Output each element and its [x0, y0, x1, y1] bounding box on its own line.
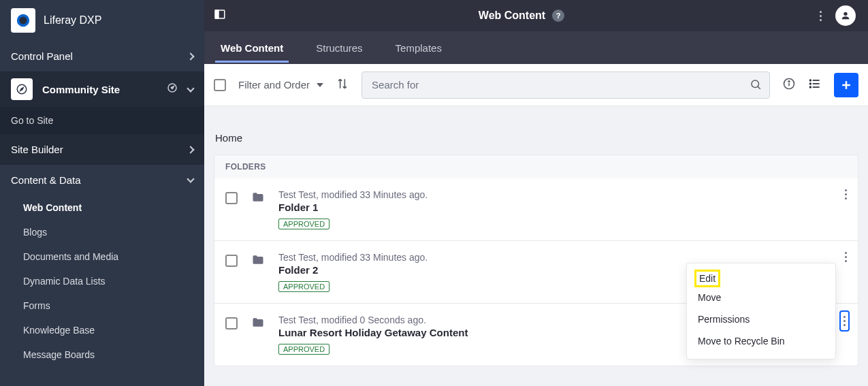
- row-checkbox[interactable]: [225, 255, 238, 267]
- site-builder-label: Site Builder: [11, 144, 63, 155]
- sidebar-control-panel[interactable]: Control Panel: [0, 41, 204, 71]
- info-icon[interactable]: [782, 77, 796, 93]
- svg-rect-7: [215, 10, 219, 18]
- caret-down-icon: [317, 83, 323, 87]
- chevron-down-icon: [187, 175, 194, 182]
- sort-icon[interactable]: [336, 77, 349, 93]
- item-meta: Test Test, modified 33 Minutes ago.: [278, 189, 847, 200]
- list-view-icon[interactable]: [808, 77, 822, 93]
- svg-point-9: [752, 80, 759, 88]
- folders-header: FOLDERS: [214, 155, 858, 178]
- site-name: Community Site: [42, 84, 120, 95]
- sidebar-item-blogs[interactable]: Blogs: [0, 220, 204, 244]
- chevron-right-icon: [187, 146, 194, 153]
- avatar[interactable]: [835, 5, 856, 26]
- status-badge: APPROVED: [278, 344, 329, 355]
- svg-point-13: [788, 80, 790, 82]
- tab-templates[interactable]: Templates: [390, 33, 447, 63]
- svg-point-19: [810, 86, 811, 88]
- sidebar-item-dynamic-data-lists[interactable]: Dynamic Data Lists: [0, 269, 204, 293]
- header: Web Content ?: [204, 0, 868, 31]
- svg-marker-3: [20, 88, 24, 91]
- sidebar-go-to-site[interactable]: Go to Site: [0, 107, 204, 134]
- row-kebab-icon[interactable]: [845, 189, 847, 199]
- sidebar-content-data[interactable]: Content & Data: [0, 165, 204, 195]
- filter-order-dropdown[interactable]: Filter and Order: [238, 79, 323, 91]
- page-title: Web Content: [479, 10, 545, 22]
- item-title: Folder 1: [278, 202, 847, 213]
- sidebar-item-web-content[interactable]: Web Content: [0, 195, 204, 220]
- svg-point-8: [843, 12, 847, 16]
- menu-move[interactable]: Move: [687, 287, 835, 308]
- sidebar-item-forms[interactable]: Forms: [0, 293, 204, 318]
- breadcrumb[interactable]: Home: [214, 116, 858, 155]
- select-all-checkbox[interactable]: [214, 79, 226, 91]
- sidebar-item-message-boards[interactable]: Message Boards: [0, 342, 204, 367]
- chevron-right-icon: [187, 52, 194, 60]
- tabs: Web Content Structures Templates: [204, 31, 868, 64]
- header-kebab-icon[interactable]: [820, 11, 822, 21]
- compass-icon: [11, 78, 33, 100]
- status-badge: APPROVED: [278, 281, 329, 292]
- row-kebab-icon[interactable]: [839, 310, 850, 332]
- chevron-down-icon[interactable]: [187, 84, 194, 92]
- filter-order-label: Filter and Order: [238, 79, 310, 91]
- sidebar-site-builder[interactable]: Site Builder: [0, 134, 204, 165]
- status-badge: APPROVED: [278, 219, 329, 229]
- row-kebab-icon[interactable]: [845, 252, 847, 262]
- content-data-label: Content & Data: [11, 174, 81, 186]
- menu-recycle[interactable]: Move to Recycle Bin: [687, 330, 835, 352]
- svg-line-10: [758, 86, 760, 89]
- row-checkbox[interactable]: [225, 192, 238, 204]
- sidebar-scroll[interactable]: Control Panel Community Site Go to Site …: [0, 41, 204, 386]
- menu-permissions[interactable]: Permissions: [687, 308, 835, 330]
- list-item[interactable]: Test Test, modified 33 Minutes ago. Fold…: [214, 178, 858, 241]
- add-button[interactable]: [834, 73, 858, 97]
- sidebar-site-row[interactable]: Community Site: [0, 71, 204, 107]
- panel-toggle-icon[interactable]: [214, 11, 226, 22]
- tab-structures[interactable]: Structures: [310, 33, 368, 63]
- tab-web-content[interactable]: Web Content: [215, 33, 289, 63]
- help-icon[interactable]: ?: [552, 10, 564, 22]
- folder-icon: [251, 253, 265, 270]
- menu-edit[interactable]: Edit: [695, 270, 720, 287]
- svg-point-17: [810, 80, 811, 81]
- row-checkbox[interactable]: [225, 317, 238, 329]
- search-input[interactable]: [361, 71, 770, 99]
- svg-point-18: [810, 83, 811, 84]
- sidebar-item-knowledge-base[interactable]: Knowledge Base: [0, 318, 204, 342]
- circle-icon[interactable]: [166, 82, 178, 97]
- sidebar: Liferay DXP Control Panel Community Site…: [0, 0, 204, 386]
- context-menu: Edit Move Permissions Move to Recycle Bi…: [686, 263, 836, 359]
- brand-title: Liferay DXP: [44, 14, 101, 27]
- folder-icon: [251, 191, 265, 207]
- brand-icon: [11, 8, 35, 33]
- svg-point-1: [20, 17, 27, 25]
- search-icon[interactable]: [750, 78, 762, 93]
- list-item[interactable]: Test Test, modified 0 Seconds ago. Lunar…: [214, 304, 858, 366]
- toolbar: Filter and Order: [204, 64, 868, 106]
- control-panel-label: Control Panel: [11, 50, 73, 62]
- content-area: Home FOLDERS Test Test, modified 33 Minu…: [204, 106, 868, 386]
- item-meta: Test Test, modified 33 Minutes ago.: [278, 252, 847, 263]
- sidebar-item-documents-media[interactable]: Documents and Media: [0, 244, 204, 269]
- brand[interactable]: Liferay DXP: [0, 0, 204, 41]
- search-wrapper: [361, 71, 770, 99]
- folder-icon: [251, 316, 265, 332]
